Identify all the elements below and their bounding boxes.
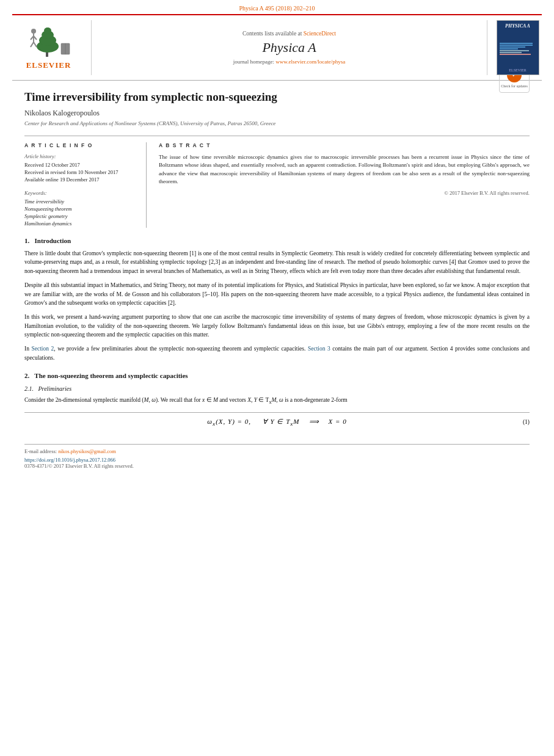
svg-point-4	[44, 27, 51, 34]
cover-elsevier-text: ELSEVIER	[509, 68, 526, 72]
received-revised-date: Received in revised form 10 November 201…	[24, 169, 137, 175]
article-info-abstract-section: A R T I C L E I N F O Article history: R…	[24, 136, 530, 228]
article-info-panel: A R T I C L E I N F O Article history: R…	[24, 142, 147, 228]
history-label: Article history:	[24, 153, 137, 159]
check-updates-label: Check for updates	[501, 84, 528, 88]
doi-line: https://doi.org/10.1016/j.physa.2017.12.…	[24, 457, 530, 463]
keyword-3: Symplectic geometry	[24, 213, 137, 219]
section-2-1-number: 2.1.	[24, 385, 34, 392]
equation-1-number: (1)	[523, 419, 530, 425]
cover-decoration	[500, 42, 536, 56]
section-2-header: 2. The non-squeezing theorem and symplec…	[24, 372, 530, 379]
citation-text: Physica A 495 (2018) 202–210	[239, 5, 315, 12]
email-footnote: E-mail address: nikos.physikos@gmail.com	[24, 448, 530, 454]
keywords-section: Keywords: Time irreversibility Nonsqueez…	[24, 190, 137, 227]
keyword-2: Nonsqueezing theorem	[24, 206, 137, 212]
abstract-panel: A B S T R A C T The issue of how time re…	[159, 142, 530, 228]
issn-line: 0378-4371/© 2017 Elsevier B.V. All right…	[24, 463, 530, 469]
abstract-text: The issue of how time reversible microsc…	[159, 153, 530, 186]
journal-header: ELSEVIER Contents lists available at Sci…	[12, 14, 542, 81]
svg-line-10	[34, 42, 37, 47]
email-link[interactable]: nikos.physikos@gmail.com	[58, 448, 116, 454]
journal-cover-image: PHYSICA A ELSEVIER	[497, 20, 539, 75]
article-info-title: A R T I C L E I N F O	[24, 142, 137, 148]
footer: E-mail address: nikos.physikos@gmail.com…	[24, 444, 530, 469]
section-1-title: Introduction	[35, 237, 71, 244]
main-content: ✓ Check for updates Time irreversibility…	[0, 81, 554, 478]
journal-homepage: journal homepage: www.elsevier.com/locat…	[104, 59, 475, 65]
section-1-header: 1. Introduction	[24, 237, 530, 244]
cover-title: PHYSICA A	[505, 23, 530, 29]
section2-paragraph-1: Consider the 2n-dimensional symplectic m…	[24, 396, 530, 406]
author-name: Nikolaos Kalogeropoulos	[24, 109, 530, 118]
available-online-date: Available online 19 December 2017	[24, 176, 137, 183]
section-2-title: The non-squeezing theorem and symplectic…	[34, 372, 188, 379]
intro-paragraph-3: In this work, we present a hand-waving a…	[24, 313, 530, 340]
journal-cover-section: PHYSICA A ELSEVIER	[487, 20, 542, 75]
article-title: Time irreversibility from symplectic non…	[24, 90, 530, 105]
homepage-link[interactable]: www.elsevier.com/locate/physa	[275, 59, 345, 65]
journal-title: Physica A	[104, 40, 475, 56]
citation-bar: Physica A 495 (2018) 202–210	[0, 0, 554, 14]
elsevier-logo-section: ELSEVIER	[12, 20, 92, 75]
elsevier-brand: ELSEVIER	[26, 60, 71, 70]
abstract-copyright: © 2017 Elsevier B.V. All rights reserved…	[159, 190, 530, 196]
keywords-label: Keywords:	[24, 190, 137, 196]
section-1-number: 1.	[24, 237, 29, 244]
section-2-1-header: 2.1. Preliminaries	[24, 385, 530, 392]
sciencedirect-label: Contents lists available at ScienceDirec…	[104, 31, 475, 37]
svg-point-5	[31, 29, 36, 34]
received-date: Received 12 October 2017	[24, 162, 137, 168]
article-header: ✓ Check for updates Time irreversibility…	[24, 90, 530, 136]
equation-1: ωx(X, Y) = 0, ∀ Y ∈ TxM ⟹ X = 0 (1)	[24, 412, 530, 432]
journal-info-center: Contents lists available at ScienceDirec…	[92, 20, 487, 75]
intro-paragraph-2: Despite all this substantial impact in M…	[24, 281, 530, 308]
svg-line-9	[31, 42, 34, 47]
section-2-number: 2.	[24, 372, 29, 379]
intro-paragraph-4: In Section 2, we provide a few prelimina…	[24, 344, 530, 362]
abstract-title: A B S T R A C T	[159, 142, 530, 148]
intro-paragraph-1: There is little doubt that Gromov's symp…	[24, 249, 530, 276]
keyword-4: Hamiltonian dynamics	[24, 220, 137, 227]
section-2-1-title: Preliminaries	[38, 385, 72, 392]
elsevier-tree-icon	[24, 25, 73, 59]
elsevier-logo: ELSEVIER	[24, 25, 73, 70]
equation-1-content: ωx(X, Y) = 0, ∀ Y ∈ TxM ⟹ X = 0	[207, 418, 346, 427]
affiliation: Center for Research and Applications of …	[24, 120, 530, 126]
keyword-1: Time irreversibility	[24, 198, 137, 205]
sciencedirect-link[interactable]: ScienceDirect	[304, 31, 336, 37]
